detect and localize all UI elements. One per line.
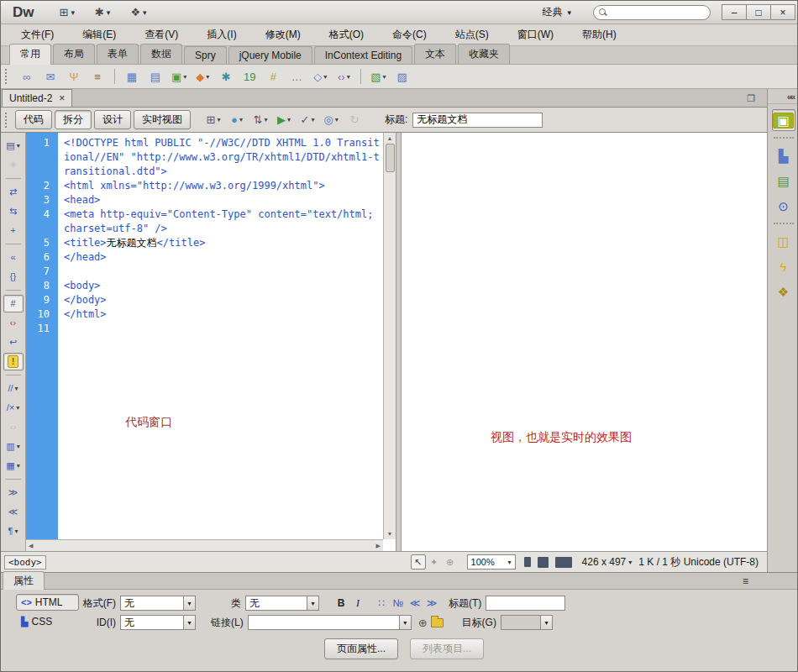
open-documents-icon[interactable]: ▤▾ [3, 137, 24, 155]
image-icon[interactable]: ▣▾ [169, 67, 189, 86]
collapse-selection-icon[interactable]: ⇆ [3, 202, 24, 220]
code-text[interactable]: <head> [58, 193, 383, 207]
code-editor[interactable]: 1<!DOCTYPE html PUBLIC "-//W3C//DTD XHTM… [26, 133, 383, 539]
tag-selector[interactable]: <body> [4, 555, 46, 570]
menu-item[interactable]: 窗口(W) [509, 25, 562, 45]
databases-icon[interactable]: ◫ [772, 230, 795, 252]
insert-tab[interactable]: InContext Editing [314, 46, 412, 64]
insert-div-icon[interactable]: ▤ [145, 67, 165, 86]
syntax-error-alerts-icon[interactable]: ! [3, 353, 24, 370]
expand-panels-button[interactable]: «« [768, 89, 798, 104]
panel-menu-icon[interactable]: ≡ [743, 575, 748, 589]
server-behaviors-icon[interactable]: ϟ [772, 255, 795, 277]
format-select[interactable]: 无▾ [120, 596, 196, 611]
site-icon[interactable]: ❖▾ [130, 6, 146, 18]
line-numbers-icon[interactable]: # [3, 295, 24, 312]
insert-tab[interactable]: 布局 [53, 44, 95, 64]
comment-icon[interactable]: … [286, 67, 307, 86]
code-view-button[interactable]: 代码 [15, 110, 52, 129]
hyperlink-icon[interactable]: ∞ [17, 67, 37, 86]
tag-inspector-icon[interactable]: ⊙ [772, 195, 795, 217]
menu-item[interactable]: 编辑(E) [74, 25, 124, 45]
code-text[interactable]: </html> [58, 307, 383, 322]
document-tab[interactable]: Untitled-2 × [2, 89, 72, 107]
class-select[interactable]: 无▾ [245, 596, 319, 611]
insert-tab[interactable]: 文本 [414, 44, 456, 64]
menu-item[interactable]: 站点(S) [447, 25, 497, 45]
scroll-down-icon[interactable]: ▼ [387, 528, 393, 539]
search-input[interactable] [610, 7, 694, 18]
menu-item[interactable]: 帮助(H) [574, 25, 625, 45]
collapse-full-tag-icon[interactable]: ⇄ [3, 183, 24, 201]
pointer-tool-icon[interactable]: ↖ [411, 554, 426, 570]
code-vertical-scrollbar[interactable]: ▲ ▼ [383, 133, 396, 539]
toolbar-grip[interactable] [5, 113, 8, 128]
restore-window-icon[interactable]: ❐ [747, 93, 755, 104]
select-parent-tag-icon[interactable]: « [3, 249, 24, 266]
zoom-level-select[interactable]: 100%▾ [467, 554, 516, 570]
code-text[interactable]: <title>无标题文档</title> [58, 236, 383, 250]
css-mode-button[interactable]: ▙ CSS [16, 613, 79, 630]
search-box[interactable] [593, 5, 711, 20]
window-size-select[interactable]: 426 x 497▾ [582, 556, 633, 568]
indent-code-icon[interactable]: ≫ [3, 484, 24, 501]
code-text[interactable]: </body> [58, 293, 383, 307]
move-convert-css-icon[interactable]: ▦▾ [3, 457, 24, 475]
mobile-size-icon[interactable] [524, 557, 531, 567]
browse-folder-icon[interactable] [431, 618, 444, 627]
design-pane[interactable]: 视图，也就是实时的效果图 [402, 133, 767, 551]
page-properties-button[interactable]: 页面属性... [324, 638, 398, 659]
workspace-switcher[interactable]: 经典▾ [535, 3, 578, 21]
menu-item[interactable]: 插入(I) [198, 25, 244, 45]
extend-gear-icon[interactable]: ✱▾ [95, 6, 110, 18]
media-icon[interactable]: ◆▾ [192, 67, 213, 86]
apply-comment-icon[interactable]: //▾ [3, 380, 24, 397]
insert-tab[interactable]: 常用 [9, 44, 51, 65]
insert-tab[interactable]: 数据 [140, 44, 182, 64]
menu-item[interactable]: 命令(C) [384, 25, 435, 45]
remove-comment-icon[interactable]: /×▾ [3, 399, 24, 417]
expand-all-icon[interactable]: + [3, 222, 24, 239]
script-icon[interactable]: ‹›▾ [333, 67, 354, 86]
server-include-icon[interactable]: # [263, 67, 283, 86]
desktop-size-icon[interactable] [555, 557, 572, 568]
code-text[interactable]: </head> [58, 250, 383, 265]
unordered-list-icon[interactable]: ∷ [373, 596, 390, 611]
scroll-left-icon[interactable]: ◀ [29, 543, 33, 549]
recent-snippets-icon[interactable]: ▥▾ [3, 438, 24, 455]
insert-tab[interactable]: jQuery Mobile [228, 46, 312, 64]
head-icon[interactable]: ◇▾ [310, 67, 330, 86]
tab-properties[interactable]: 属性 [3, 571, 45, 590]
format-source-code-icon[interactable]: ¶▾ [3, 522, 24, 540]
bindings-icon[interactable]: ❖ [772, 281, 795, 302]
id-select[interactable]: 无▾ [120, 615, 196, 630]
bold-button[interactable]: B [333, 596, 349, 611]
preview-browser-icon[interactable]: ●▾ [227, 111, 247, 129]
code-text[interactable]: <body> [58, 279, 383, 293]
table-icon[interactable]: ▦ [122, 67, 142, 86]
minimize-button[interactable]: – [722, 4, 747, 20]
tag-chooser-icon[interactable]: ▨ [392, 67, 412, 86]
menu-item[interactable]: 文件(F) [13, 25, 62, 45]
live-view-button[interactable]: 实时视图 [134, 110, 191, 129]
css-styles-icon[interactable]: ▙ [772, 144, 795, 166]
outdent-icon[interactable]: ≪ [407, 596, 423, 611]
zoom-tool-icon[interactable]: ⊕ [443, 554, 458, 570]
hand-tool-icon[interactable]: ✦ [427, 554, 442, 570]
ap-elements-icon[interactable]: ▤ [772, 170, 795, 192]
close-button[interactable]: × [770, 4, 795, 20]
date-icon[interactable]: 19 [239, 67, 260, 86]
indent-icon[interactable]: ≫ [423, 596, 440, 611]
menu-item[interactable]: 修改(M) [257, 25, 309, 45]
balance-braces-icon[interactable]: {} [3, 268, 24, 286]
insert-tab[interactable]: Spry [184, 46, 227, 64]
check-page-icon[interactable]: ✓▾ [297, 111, 318, 129]
ordered-list-icon[interactable]: № [390, 596, 407, 611]
code-text[interactable] [58, 322, 383, 336]
document-title-input[interactable] [412, 113, 543, 128]
code-text[interactable]: <html xmlns="http://www.w3.org/1999/xhtm… [58, 179, 383, 193]
scroll-right-icon[interactable]: ▶ [376, 543, 381, 549]
pane-splitter[interactable] [396, 133, 402, 551]
title-attr-input[interactable] [486, 596, 565, 611]
link-select[interactable]: ▾ [248, 615, 412, 630]
